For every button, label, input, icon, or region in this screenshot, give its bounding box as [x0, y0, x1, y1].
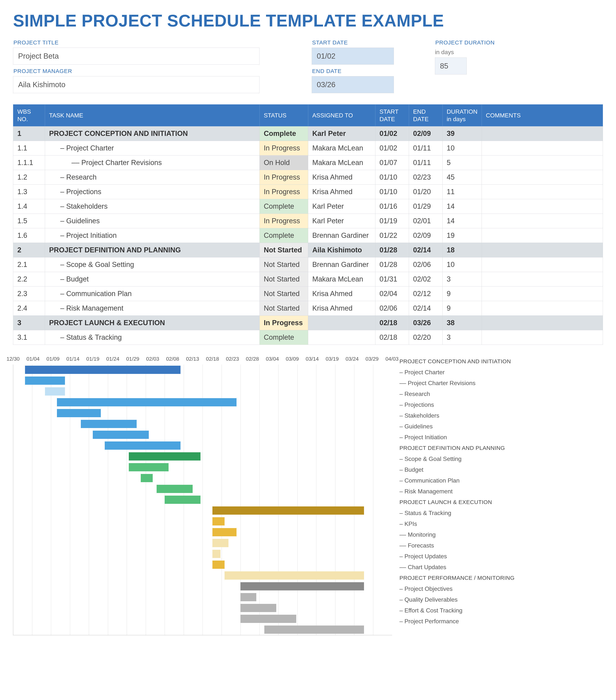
- comments-cell[interactable]: [481, 272, 603, 287]
- comments-cell[interactable]: [481, 330, 603, 345]
- status-cell[interactable]: Complete: [260, 228, 308, 243]
- gantt-bar[interactable]: [93, 430, 149, 439]
- gantt-bar[interactable]: [212, 550, 221, 558]
- gantt-bar[interactable]: [105, 441, 180, 450]
- table-row[interactable]: 1.1.1–– Project Charter RevisionsOn Hold…: [13, 155, 603, 170]
- gantt-bar[interactable]: [81, 420, 137, 428]
- duration-cell: 38: [443, 316, 482, 330]
- gantt-bar[interactable]: [212, 507, 364, 515]
- comments-cell[interactable]: [481, 228, 603, 243]
- wbs-cell: 1.3: [13, 185, 45, 199]
- end-date-cell: 02/14: [409, 243, 443, 258]
- status-cell[interactable]: In Progress: [260, 185, 308, 199]
- gantt-legend: PROJECT CONCEPTION AND INITIATION– Proje…: [392, 356, 603, 635]
- end-date-cell: 02/12: [409, 287, 443, 301]
- gantt-bar[interactable]: [57, 398, 237, 407]
- status-cell[interactable]: In Progress: [260, 316, 308, 330]
- status-cell[interactable]: Not Started: [260, 258, 308, 272]
- task-name-cell: PROJECT LAUNCH & EXECUTION: [45, 316, 260, 330]
- gantt-bar[interactable]: [25, 376, 65, 385]
- gantt-bar[interactable]: [45, 387, 65, 396]
- end-date-cell: 02/02: [409, 272, 443, 287]
- gantt-bar[interactable]: [57, 409, 101, 417]
- col-end: END DATE: [409, 104, 443, 126]
- start-date-cell: 02/04: [375, 287, 409, 301]
- gantt-legend-item: PROJECT CONCEPTION AND INITIATION: [400, 356, 603, 367]
- end-date-cell: 01/20: [409, 185, 443, 199]
- comments-cell[interactable]: [481, 316, 603, 330]
- end-date-cell: 02/09: [409, 228, 443, 243]
- wbs-cell: 2.3: [13, 287, 45, 301]
- table-row[interactable]: 2PROJECT DEFINITION AND PLANNINGNot Star…: [13, 243, 603, 258]
- table-row[interactable]: 3.1– Status & TrackingComplete02/1802/20…: [13, 330, 603, 345]
- comments-cell[interactable]: [481, 126, 603, 141]
- status-cell[interactable]: On Hold: [260, 155, 308, 170]
- table-row[interactable]: 1.6– Project InitiationCompleteBrennan G…: [13, 228, 603, 243]
- status-cell[interactable]: Not Started: [260, 243, 308, 258]
- gantt-bar[interactable]: [156, 485, 192, 493]
- table-row[interactable]: 2.2– BudgetNot StartedMakara McLean01/31…: [13, 272, 603, 287]
- table-row[interactable]: 1.5– GuidelinesIn ProgressKarl Peter01/1…: [13, 214, 603, 228]
- wbs-cell: 3.1: [13, 330, 45, 345]
- comments-cell[interactable]: [481, 258, 603, 272]
- task-name-cell: PROJECT CONCEPTION AND INITIATION: [45, 126, 260, 141]
- start-date-cell: 01/02: [375, 141, 409, 155]
- task-name-cell: – Status & Tracking: [45, 330, 260, 345]
- table-row[interactable]: 1.1– Project CharterIn ProgressMakara Mc…: [13, 141, 603, 155]
- assigned-cell: Brennan Gardiner: [308, 228, 375, 243]
- gantt-bar[interactable]: [165, 496, 200, 504]
- gantt-bar[interactable]: [240, 604, 276, 612]
- comments-cell[interactable]: [481, 214, 603, 228]
- start-date-cell: 02/06: [375, 301, 409, 316]
- status-cell[interactable]: Complete: [260, 330, 308, 345]
- table-row[interactable]: 2.1– Scope & Goal SettingNot StartedBren…: [13, 258, 603, 272]
- status-cell[interactable]: In Progress: [260, 214, 308, 228]
- end-date-value[interactable]: 03/26: [312, 76, 394, 93]
- task-table: WBS NO. TASK NAME STATUS ASSIGNED TO STA…: [13, 104, 603, 345]
- gantt-bar[interactable]: [129, 452, 201, 461]
- comments-cell[interactable]: [481, 185, 603, 199]
- gantt-bar[interactable]: [212, 528, 236, 536]
- comments-cell[interactable]: [481, 170, 603, 185]
- gantt-bar[interactable]: [225, 571, 364, 579]
- table-row[interactable]: 2.4– Risk ManagementNot StartedKrisa Ahm…: [13, 301, 603, 316]
- comments-cell[interactable]: [481, 155, 603, 170]
- table-row[interactable]: 1.3– ProjectionsIn ProgressKrisa Ahmed01…: [13, 185, 603, 199]
- gantt-bar[interactable]: [264, 626, 364, 634]
- gantt-bar[interactable]: [240, 593, 256, 601]
- status-cell[interactable]: Complete: [260, 199, 308, 214]
- table-row[interactable]: 1.2– ResearchIn ProgressKrisa Ahmed01/10…: [13, 170, 603, 185]
- comments-cell[interactable]: [481, 287, 603, 301]
- gantt-bar[interactable]: [212, 517, 224, 525]
- gantt-bar[interactable]: [141, 474, 153, 482]
- task-name-cell: – Project Charter: [45, 141, 260, 155]
- gantt-legend-item: – Risk Management: [400, 486, 603, 497]
- project-title-input[interactable]: [13, 48, 260, 65]
- gantt-bar[interactable]: [240, 615, 296, 623]
- gantt-bar[interactable]: [129, 463, 169, 471]
- status-cell[interactable]: Not Started: [260, 272, 308, 287]
- start-date-value[interactable]: 01/02: [312, 48, 394, 65]
- comments-cell[interactable]: [481, 199, 603, 214]
- table-row[interactable]: 2.3– Communication PlanNot StartedKrisa …: [13, 287, 603, 301]
- gantt-bar[interactable]: [240, 582, 364, 590]
- gantt-tick-label: 02/13: [186, 356, 199, 362]
- status-cell[interactable]: Not Started: [260, 287, 308, 301]
- gantt-bar[interactable]: [212, 561, 224, 569]
- gantt-bar[interactable]: [25, 366, 180, 374]
- table-row[interactable]: 1PROJECT CONCEPTION AND INITIATIONComple…: [13, 126, 603, 141]
- gantt-bar[interactable]: [212, 539, 228, 547]
- comments-cell[interactable]: [481, 243, 603, 258]
- comments-cell[interactable]: [481, 301, 603, 316]
- status-cell[interactable]: Complete: [260, 126, 308, 141]
- status-cell[interactable]: Not Started: [260, 301, 308, 316]
- status-cell[interactable]: In Progress: [260, 141, 308, 155]
- table-row[interactable]: 1.4– StakeholdersCompleteKarl Peter01/16…: [13, 199, 603, 214]
- task-name-cell: – Scope & Goal Setting: [45, 258, 260, 272]
- duration-cell: 45: [443, 170, 482, 185]
- status-cell[interactable]: In Progress: [260, 170, 308, 185]
- table-row[interactable]: 3PROJECT LAUNCH & EXECUTIONIn Progress02…: [13, 316, 603, 330]
- comments-cell[interactable]: [481, 141, 603, 155]
- project-manager-input[interactable]: [13, 76, 260, 93]
- start-date-cell: 01/16: [375, 199, 409, 214]
